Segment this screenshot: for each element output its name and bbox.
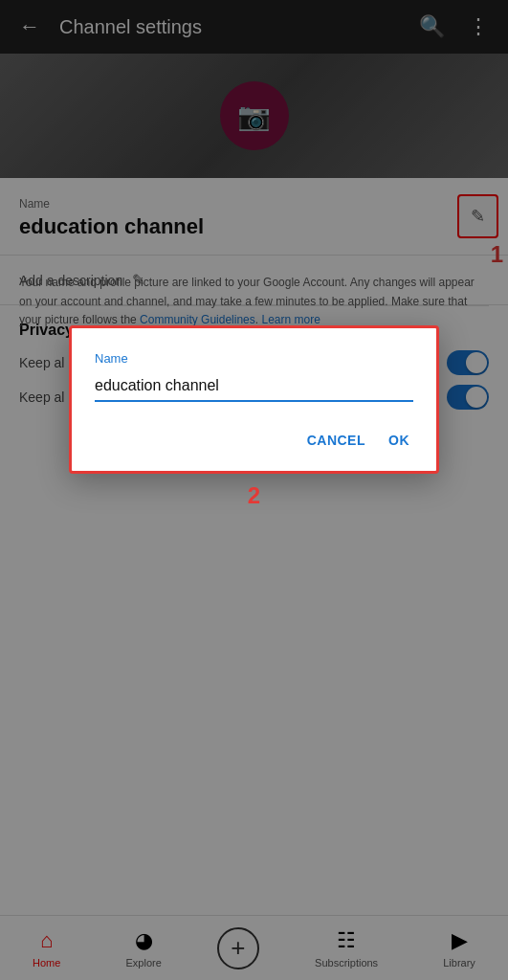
edit-name-dialog: Name CANCEL OK 2 [69, 325, 439, 474]
dialog-buttons: CANCEL OK [95, 425, 413, 456]
cancel-button[interactable]: CANCEL [303, 425, 369, 456]
annotation-2: 2 [248, 482, 260, 509]
ok-button[interactable]: OK [385, 425, 413, 456]
dialog-name-label: Name [95, 351, 413, 366]
dialog-name-input[interactable] [95, 373, 413, 402]
